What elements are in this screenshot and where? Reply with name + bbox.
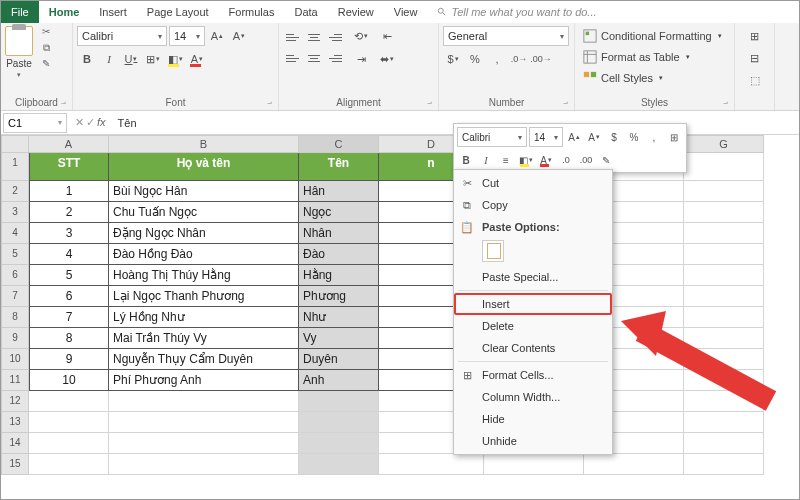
mini-italic-button[interactable]: I bbox=[477, 151, 495, 169]
ctx-insert[interactable]: Insert bbox=[454, 293, 612, 315]
cell[interactable] bbox=[484, 454, 584, 475]
cell[interactable] bbox=[299, 391, 379, 412]
ctx-clear-contents[interactable]: Clear Contents bbox=[454, 337, 612, 359]
row-header[interactable]: 5 bbox=[1, 244, 29, 265]
merge-button[interactable]: ⬌▾ bbox=[377, 49, 397, 69]
format-cells-icon[interactable]: ⬚ bbox=[745, 70, 765, 90]
mini-currency-icon[interactable]: $ bbox=[605, 128, 623, 146]
copy-icon[interactable]: ⧉ bbox=[38, 42, 54, 56]
mini-bold-button[interactable]: B bbox=[457, 151, 475, 169]
cell[interactable] bbox=[109, 433, 299, 454]
cell[interactable] bbox=[684, 349, 764, 370]
font-size-dropdown[interactable]: 14 bbox=[169, 26, 205, 46]
underline-button[interactable]: U▾ bbox=[121, 49, 141, 69]
cell[interactable] bbox=[109, 391, 299, 412]
cell[interactable]: Duyên bbox=[299, 349, 379, 370]
tab-home[interactable]: Home bbox=[39, 1, 90, 23]
cell[interactable]: Hằng bbox=[299, 265, 379, 286]
row-header[interactable]: 2 bbox=[1, 181, 29, 202]
ctx-paste-special[interactable]: Paste Special... bbox=[454, 266, 612, 288]
mini-decrease-font-icon[interactable]: A▾ bbox=[585, 128, 603, 146]
cell[interactable]: Đặng Ngọc Nhân bbox=[109, 223, 299, 244]
cell[interactable] bbox=[299, 433, 379, 454]
row-header[interactable]: 6 bbox=[1, 265, 29, 286]
cell[interactable]: 6 bbox=[29, 286, 109, 307]
percent-button[interactable]: % bbox=[465, 49, 485, 69]
cut-icon[interactable]: ✂ bbox=[38, 26, 54, 40]
border-button[interactable]: ⊞▾ bbox=[143, 49, 163, 69]
mini-dec2-icon[interactable]: .00 bbox=[577, 151, 595, 169]
alignment-buttons[interactable] bbox=[283, 27, 345, 68]
cell[interactable]: 7 bbox=[29, 307, 109, 328]
cell[interactable] bbox=[684, 286, 764, 307]
cell[interactable] bbox=[684, 433, 764, 454]
row-header[interactable]: 15 bbox=[1, 454, 29, 475]
cell[interactable]: 3 bbox=[29, 223, 109, 244]
cell[interactable]: Anh bbox=[299, 370, 379, 391]
cell[interactable] bbox=[684, 391, 764, 412]
ctx-hide[interactable]: Hide bbox=[454, 408, 612, 430]
tab-view[interactable]: View bbox=[384, 1, 428, 23]
select-all-corner[interactable] bbox=[1, 135, 29, 153]
fx-icon[interactable]: fx bbox=[97, 116, 106, 129]
ctx-column-width[interactable]: Column Width... bbox=[454, 386, 612, 408]
bold-button[interactable]: B bbox=[77, 49, 97, 69]
cell[interactable]: Lại Ngọc Thanh Phương bbox=[109, 286, 299, 307]
decrease-decimal-button[interactable]: .00→ bbox=[531, 49, 551, 69]
cell[interactable] bbox=[684, 181, 764, 202]
cell[interactable] bbox=[109, 454, 299, 475]
col-header-g[interactable]: G bbox=[684, 135, 764, 153]
cell[interactable]: Đào bbox=[299, 244, 379, 265]
cell[interactable]: Ngọc bbox=[299, 202, 379, 223]
enter-formula-icon[interactable]: ✓ bbox=[86, 116, 95, 129]
cell[interactable]: 4 bbox=[29, 244, 109, 265]
row-header[interactable]: 4 bbox=[1, 223, 29, 244]
row-header[interactable]: 14 bbox=[1, 433, 29, 454]
cell[interactable] bbox=[684, 412, 764, 433]
cell[interactable]: 2 bbox=[29, 202, 109, 223]
cell[interactable] bbox=[684, 153, 764, 181]
cell[interactable]: Chu Tuấn Ngọc bbox=[109, 202, 299, 223]
col-header-c[interactable]: C bbox=[299, 135, 379, 153]
format-painter-icon[interactable]: ✎ bbox=[38, 58, 54, 72]
cell[interactable] bbox=[684, 370, 764, 391]
tab-file[interactable]: File bbox=[1, 1, 39, 23]
table-header[interactable]: Tên bbox=[299, 153, 379, 181]
row-header[interactable]: 11 bbox=[1, 370, 29, 391]
cell[interactable]: Hoàng Thị Thúy Hằng bbox=[109, 265, 299, 286]
tab-formulas[interactable]: Formulas bbox=[219, 1, 285, 23]
currency-button[interactable]: $▾ bbox=[443, 49, 463, 69]
row-header[interactable]: 9 bbox=[1, 328, 29, 349]
row-header[interactable]: 3 bbox=[1, 202, 29, 223]
cell[interactable] bbox=[584, 454, 684, 475]
cell[interactable] bbox=[684, 244, 764, 265]
cell[interactable] bbox=[684, 265, 764, 286]
row-header[interactable]: 8 bbox=[1, 307, 29, 328]
increase-decimal-button[interactable]: .0→ bbox=[509, 49, 529, 69]
cell[interactable] bbox=[29, 391, 109, 412]
cell[interactable]: Phí Phương Anh bbox=[109, 370, 299, 391]
row-header[interactable]: 10 bbox=[1, 349, 29, 370]
tab-data[interactable]: Data bbox=[284, 1, 327, 23]
mini-dec-icon[interactable]: .0 bbox=[557, 151, 575, 169]
decrease-font-icon[interactable]: A▾ bbox=[229, 26, 249, 46]
col-header-a[interactable]: A bbox=[29, 135, 109, 153]
italic-button[interactable]: I bbox=[99, 49, 119, 69]
cell[interactable]: Nguyễn Thụy Cẩm Duyên bbox=[109, 349, 299, 370]
conditional-formatting-button[interactable]: Conditional Formatting▾ bbox=[579, 26, 730, 46]
cell[interactable]: Phương bbox=[299, 286, 379, 307]
cell[interactable]: 5 bbox=[29, 265, 109, 286]
fill-color-button[interactable]: ◧▾ bbox=[165, 49, 185, 69]
table-header[interactable]: Họ và tên bbox=[109, 153, 299, 181]
delete-cells-icon[interactable]: ⊟ bbox=[745, 48, 765, 68]
indent-decrease-button[interactable]: ⇤ bbox=[377, 26, 397, 46]
mini-font-color-button[interactable]: A▾ bbox=[537, 151, 555, 169]
mini-increase-font-icon[interactable]: A▴ bbox=[565, 128, 583, 146]
mini-border-icon[interactable]: ⊞ bbox=[665, 128, 683, 146]
cell[interactable] bbox=[684, 202, 764, 223]
comma-button[interactable]: , bbox=[487, 49, 507, 69]
cell-styles-button[interactable]: Cell Styles▾ bbox=[579, 68, 730, 88]
mini-align-icon[interactable]: ≡ bbox=[497, 151, 515, 169]
cell[interactable]: Nhân bbox=[299, 223, 379, 244]
ctx-cut[interactable]: ✂Cut bbox=[454, 172, 612, 194]
